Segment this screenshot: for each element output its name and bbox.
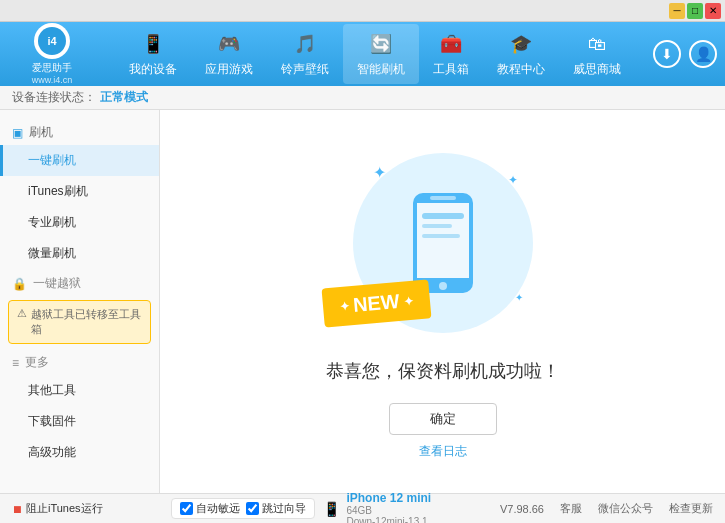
main-layout: ▣ 刷机 一键刷机 iTunes刷机 专业刷机 微量刷机 🔒 一键越狱 ⚠ 越狱… <box>0 110 725 493</box>
content-area: ✦ ✦ ✦ NEW 恭喜您，保资料刷机成功啦！ 确定 查看日志 <box>160 110 725 493</box>
device-icon: 📱 <box>323 501 340 517</box>
sparkle-3: ✦ <box>515 292 523 303</box>
version-label: V7.98.66 <box>500 503 544 515</box>
auto-dismiss-label: 自动敏远 <box>196 501 240 516</box>
bottom-right: V7.98.66 客服 微信公众号 检查更新 <box>500 501 713 516</box>
nav-toolbox-label: 工具箱 <box>433 61 469 78</box>
remind-link[interactable]: 查看日志 <box>419 443 467 460</box>
success-illustration: ✦ ✦ ✦ NEW <box>343 143 543 343</box>
sidebar-item-pro-flash[interactable]: 专业刷机 <box>0 207 159 238</box>
stop-itunes-label[interactable]: 阻止iTunes运行 <box>26 501 103 516</box>
my-device-icon: 📱 <box>139 30 167 58</box>
more-label: 更多 <box>25 354 49 371</box>
nav-ringtone-label: 铃声壁纸 <box>281 61 329 78</box>
toolbox-icon: 🧰 <box>437 30 465 58</box>
jailbreak-warning: ⚠ 越狱工具已转移至工具箱 <box>8 300 151 344</box>
auto-dismiss-input[interactable] <box>180 502 193 515</box>
smart-flash-icon: 🔄 <box>367 30 395 58</box>
jailbreak-icon: 🔒 <box>12 277 27 291</box>
close-button[interactable]: ✕ <box>705 3 721 19</box>
jailbreak-section: 🔒 一键越狱 <box>0 269 159 296</box>
svg-rect-2 <box>430 196 456 200</box>
nav-smart-flash-label: 智能刷机 <box>357 61 405 78</box>
nav-tutorial[interactable]: 🎓 教程中心 <box>483 24 559 84</box>
app-game-icon: 🎮 <box>215 30 243 58</box>
auto-dismiss-checkbox[interactable]: 自动敏远 <box>180 501 240 516</box>
sidebar-item-itunes-flash[interactable]: iTunes刷机 <box>0 176 159 207</box>
svg-rect-4 <box>422 213 464 219</box>
device-info: iPhone 12 mini 64GB Down-12mini-13.1 <box>346 491 431 524</box>
flash-section-text: 刷机 <box>29 124 53 141</box>
success-text: 恭喜您，保资料刷机成功啦！ <box>326 359 560 383</box>
status-bar: 设备连接状态： 正常模式 <box>0 86 725 110</box>
warning-text: 越狱工具已转移至工具箱 <box>31 307 142 337</box>
skip-wizard-input[interactable] <box>246 502 259 515</box>
confirm-button[interactable]: 确定 <box>389 403 497 435</box>
ringtone-icon: 🎵 <box>291 30 319 58</box>
stop-itunes-icon: ⏹ <box>12 503 23 515</box>
sidebar: ▣ 刷机 一键刷机 iTunes刷机 专业刷机 微量刷机 🔒 一键越狱 ⚠ 越狱… <box>0 110 160 493</box>
nav-toolbox[interactable]: 🧰 工具箱 <box>419 24 483 84</box>
skip-wizard-label: 跳过向导 <box>262 501 306 516</box>
nav-right: ⬇ 👤 <box>653 40 717 68</box>
nav-weisi-mall[interactable]: 🛍 威思商城 <box>559 24 635 84</box>
nav-smart-flash[interactable]: 🔄 智能刷机 <box>343 24 419 84</box>
nav-items: 📱 我的设备 🎮 应用游戏 🎵 铃声壁纸 🔄 智能刷机 🧰 工具箱 🎓 教程中心… <box>96 24 653 84</box>
status-label: 设备连接状态： <box>12 89 96 106</box>
sidebar-item-download-firmware[interactable]: 下载固件 <box>0 406 159 437</box>
download-button[interactable]: ⬇ <box>653 40 681 68</box>
device-model: Down-12mini-13.1 <box>346 516 431 524</box>
nav-my-device[interactable]: 📱 我的设备 <box>115 24 191 84</box>
sparkle-1: ✦ <box>373 163 386 182</box>
nav-ringtone[interactable]: 🎵 铃声壁纸 <box>267 24 343 84</box>
service-link[interactable]: 客服 <box>560 501 582 516</box>
stop-itunes: ⏹ 阻止iTunes运行 <box>12 501 103 516</box>
sidebar-item-one-click-flash[interactable]: 一键刷机 <box>0 145 159 176</box>
logo-url: www.i4.cn <box>32 75 73 85</box>
svg-rect-5 <box>422 224 452 228</box>
device-storage: 64GB <box>346 505 431 516</box>
more-icon: ≡ <box>12 356 19 370</box>
jailbreak-label: 一键越狱 <box>33 275 81 292</box>
wechat-link[interactable]: 微信公众号 <box>598 501 653 516</box>
bottom-bar: ⏹ 阻止iTunes运行 自动敏远 跳过向导 📱 iPhone 12 mini … <box>0 493 725 523</box>
logo-area[interactable]: i4 爱思助手 www.i4.cn <box>8 23 96 85</box>
sparkle-2: ✦ <box>508 173 518 187</box>
skip-wizard-checkbox[interactable]: 跳过向导 <box>246 501 306 516</box>
logo-text: 爱思助手 <box>32 61 72 75</box>
flash-section-label: ▣ 刷机 <box>0 118 159 145</box>
nav-app-game-label: 应用游戏 <box>205 61 253 78</box>
sidebar-item-micro-flash[interactable]: 微量刷机 <box>0 238 159 269</box>
sidebar-item-advanced[interactable]: 高级功能 <box>0 437 159 468</box>
tutorial-icon: 🎓 <box>507 30 535 58</box>
status-value: 正常模式 <box>100 89 148 106</box>
nav-weisi-mall-label: 威思商城 <box>573 61 621 78</box>
sidebar-item-other-tools[interactable]: 其他工具 <box>0 375 159 406</box>
warning-icon: ⚠ <box>17 307 27 320</box>
maximize-button[interactable]: □ <box>687 3 703 19</box>
device-name: iPhone 12 mini <box>346 491 431 505</box>
user-button[interactable]: 👤 <box>689 40 717 68</box>
logo-circle: i4 <box>34 23 70 59</box>
bottom-left: ⏹ 阻止iTunes运行 <box>12 501 103 516</box>
header: i4 爱思助手 www.i4.cn 📱 我的设备 🎮 应用游戏 🎵 铃声壁纸 🔄… <box>0 22 725 86</box>
svg-point-3 <box>439 282 447 290</box>
nav-app-game[interactable]: 🎮 应用游戏 <box>191 24 267 84</box>
logo-icon: i4 <box>38 27 66 55</box>
nav-my-device-label: 我的设备 <box>129 61 177 78</box>
update-link[interactable]: 检查更新 <box>669 501 713 516</box>
bottom-device: 📱 iPhone 12 mini 64GB Down-12mini-13.1 <box>323 491 431 524</box>
checkbox-row: 自动敏远 跳过向导 <box>171 498 315 519</box>
flash-section-icon: ▣ <box>12 126 23 140</box>
bottom-middle: 自动敏远 跳过向导 📱 iPhone 12 mini 64GB Down-12m… <box>171 491 431 524</box>
minimize-button[interactable]: ─ <box>669 3 685 19</box>
nav-tutorial-label: 教程中心 <box>497 61 545 78</box>
more-section: ≡ 更多 <box>0 348 159 375</box>
weisi-mall-icon: 🛍 <box>583 30 611 58</box>
title-bar: ─ □ ✕ <box>0 0 725 22</box>
svg-rect-6 <box>422 234 460 238</box>
